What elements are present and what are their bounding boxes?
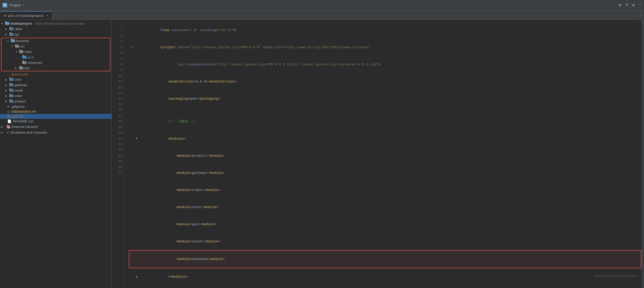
code-line-5: <packaging>pom</packaging> <box>129 90 641 107</box>
sidebar-item-label: .idea <box>15 27 22 31</box>
code-text-1: <?xml version="1.0" encoding="UTF-8"?> <box>139 22 641 39</box>
expand-arrow-icon: ▶ <box>5 78 9 81</box>
expand-arrow-icon: ▶ <box>5 33 9 36</box>
folder-icon <box>19 66 23 70</box>
sidebar-item-core[interactable]: ▶ core <box>0 77 111 82</box>
add-project-icon[interactable]: ⊕ <box>619 3 622 8</box>
code-line-2: ml <project xmlns="http://maven.apache.o… <box>129 39 641 56</box>
tab-label: pom.xml (dubboproject) <box>8 14 44 18</box>
svg-rect-2 <box>5 4 6 4</box>
minimize-icon[interactable]: − <box>639 3 641 8</box>
expand-arrow-icon: ▶ <box>5 84 9 86</box>
code-line-1: <?xml version="1.0" encoding="UTF-8"?> <box>129 22 641 39</box>
code-line-6 <box>129 107 641 113</box>
sidebar-item-resources[interactable]: ≡ resources <box>2 60 110 65</box>
project-icon <box>3 3 7 8</box>
svg-rect-27 <box>9 83 11 84</box>
sidebar: ▼ dubboproject ~/it/BruisProject/dubbo-p… <box>0 20 112 288</box>
code-text-8: <modules> <box>139 130 641 147</box>
sidebar-item-backend-pom[interactable]: m pom.xml <box>0 72 111 77</box>
sidebar-item-gateway[interactable]: ▶ gateway <box>0 82 111 88</box>
sidebar-item-label: README.md <box>13 119 33 123</box>
code-line-8: ▼ <modules> <box>129 130 641 147</box>
fold-16[interactable]: ▲ <box>134 274 139 280</box>
svg-rect-4 <box>3 6 6 6</box>
code-text-4: <modelVersion>4.0.0</modelVersion> <box>139 73 641 90</box>
dropdown-arrow-icon[interactable]: ▾ <box>23 4 24 7</box>
sidebar-item-label: .gitignore <box>11 105 25 108</box>
line-numbers: 1 2 3 4 5 6 7 8 9 10 11 12 13 14 15 16 1… <box>112 20 125 288</box>
code-line-3: xsi:schemaLocation="http://maven.apache.… <box>129 56 641 73</box>
svg-rect-23 <box>19 66 21 67</box>
expand-arrow-icon: ▶ <box>5 94 9 97</box>
top-bar: Project ▾ ⊕ ≡ ⚙ − <box>0 0 644 10</box>
svg-rect-29 <box>9 88 11 90</box>
sidebar-item-label: dubboproject.iml <box>11 109 36 113</box>
watermark: https://blog.csdn.net/CoderBruis <box>594 274 639 278</box>
tab-pom-xml[interactable]: m pom.xml (dubboproject) ✕ <box>0 11 52 19</box>
sidebar-item-oauth[interactable]: ▶ oauth <box>0 88 111 93</box>
folder-icon <box>9 83 14 87</box>
expand-arrow-icon: ▶ <box>5 100 9 103</box>
code-line-12: <module>core</module> <box>129 199 641 216</box>
settings-layout-icon[interactable]: ≡ <box>626 3 628 8</box>
sidebar-item-label: pom.xml <box>15 72 28 76</box>
folder-icon <box>5 21 9 26</box>
folder-icon <box>9 94 14 98</box>
folder-icon <box>9 99 14 104</box>
svg-rect-10 <box>9 32 11 33</box>
sidebar-item-java[interactable]: java <box>2 54 110 60</box>
sidebar-item-label: resources <box>28 61 42 65</box>
fold-8[interactable]: ▼ <box>134 136 139 142</box>
expand-arrow-icon: ▼ <box>1 22 5 25</box>
code-line-14: <module>oauth</module> <box>129 233 641 250</box>
sidebar-item-src[interactable]: ▼ src <box>2 44 110 49</box>
scratches-icon: ✏ <box>6 130 9 134</box>
sidebar-item-iml[interactable]: ◇ dubboproject.iml <box>0 109 111 114</box>
sidebar-item-main[interactable]: ▼ main <box>2 49 110 54</box>
sidebar-item-scratches[interactable]: ▶ ✏ Scratches and Consoles <box>0 129 111 135</box>
svg-rect-33 <box>9 99 11 100</box>
external-libraries-icon: 📚 <box>6 125 11 129</box>
svg-rect-31 <box>9 94 11 95</box>
top-bar-icons: ⊕ ≡ ⚙ − <box>619 3 642 8</box>
project-title[interactable]: Project <box>9 3 21 7</box>
svg-rect-18 <box>22 55 24 56</box>
sidebar-item-readme[interactable]: 📄 README.md <box>0 119 111 124</box>
editor-scrollbar[interactable] <box>641 20 644 288</box>
tab-close-icon[interactable]: ✕ <box>46 14 48 17</box>
svg-rect-1 <box>3 4 5 5</box>
sidebar-item-pom-xml[interactable]: m pom.xml <box>0 114 111 119</box>
sidebar-item-label: java <box>28 55 34 59</box>
maven-file-icon: m <box>11 73 14 76</box>
sidebar-item-label: core <box>15 78 21 81</box>
expand-arrow-icon: ▶ <box>1 131 5 134</box>
expand-arrow-icon: ▶ <box>1 125 5 128</box>
expand-arrow-icon: ▼ <box>11 45 15 48</box>
folder-icon <box>9 77 14 82</box>
sidebar-item-label: product <box>15 99 26 103</box>
expand-arrow-icon: ▼ <box>15 50 19 53</box>
sidebar-item-order[interactable]: ▶ order <box>0 93 111 99</box>
expand-arrow-icon: ▼ <box>7 39 11 42</box>
svg-rect-25 <box>9 78 11 79</box>
sidebar-item-label: gateway <box>15 83 27 87</box>
tab-bar: m pom.xml (dubboproject) ✕ <box>0 10 644 20</box>
sidebar-item-api[interactable]: ▶ api <box>0 32 111 37</box>
sidebar-item-dubboproject[interactable]: ▼ dubboproject ~/it/BruisProject/dubbo-p… <box>0 21 111 26</box>
sidebar-item-idea[interactable]: ▶ .idea <box>0 26 111 32</box>
gitignore-icon: ≡ <box>7 105 9 108</box>
code-content[interactable]: <?xml version="1.0" encoding="UTF-8"?> m… <box>125 20 641 288</box>
sidebar-item-gitignore[interactable]: ≡ .gitignore <box>0 104 111 109</box>
sidebar-item-test[interactable]: ▶ test <box>2 65 110 71</box>
gear-icon[interactable]: ⚙ <box>632 3 635 8</box>
sidebar-item-backend[interactable]: ▼ backend <box>2 38 110 44</box>
build-success-icon: ✓ <box>639 12 642 18</box>
sidebar-item-label: api <box>15 32 19 36</box>
sidebar-item-label: test <box>24 66 30 70</box>
svg-rect-16 <box>19 50 21 51</box>
code-line-15: <module>backend</module> <box>129 250 641 268</box>
sidebar-item-product[interactable]: ▶ product <box>0 99 111 104</box>
sidebar-item-label: backend <box>16 39 29 43</box>
sidebar-item-external-libraries[interactable]: ▶ 📚 External Libraries <box>0 124 111 129</box>
